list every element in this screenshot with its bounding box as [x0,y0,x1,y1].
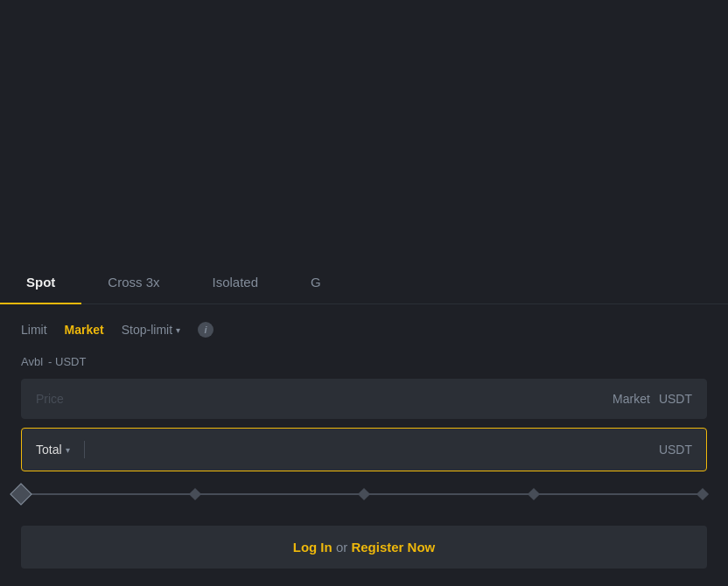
total-currency: USDT [659,443,692,457]
tab-cross3x[interactable]: Cross 3x [81,261,186,303]
avbl-label: Avbl [21,355,43,368]
slider-section [0,471,728,517]
register-link[interactable]: Register Now [351,540,435,555]
login-section: Log In or Register Now [0,517,728,569]
price-input-field: Price Market USDT [21,379,707,419]
login-separator: or [336,540,352,555]
total-divider [84,441,85,458]
price-input-right: Market USDT [612,392,692,406]
slider-dots [21,490,707,499]
tab-spot[interactable]: Spot [0,261,81,303]
slider-dot-25[interactable] [188,488,200,500]
total-label: Total [36,443,62,457]
tab-g[interactable]: G [284,261,347,303]
login-register-button[interactable]: Log In or Register Now [21,526,707,569]
tab-isolated[interactable]: Isolated [186,261,285,303]
trading-panel: Spot Cross 3x Isolated G Limit Market St… [0,261,728,586]
stop-limit-wrapper: Stop-limit ▾ [122,323,180,337]
limit-order-btn[interactable]: Limit [21,323,47,337]
total-inner: Total ▾ [36,441,659,458]
total-input-field[interactable]: Total ▾ USDT [21,428,707,471]
price-currency: USDT [659,392,692,406]
info-icon[interactable]: i [198,322,214,338]
total-dropdown[interactable]: Total ▾ [36,443,70,457]
order-types: Limit Market Stop-limit ▾ i [0,304,728,352]
tab-bar: Spot Cross 3x Isolated G [0,261,728,304]
total-amount-input[interactable] [99,443,659,457]
stop-limit-dropdown-icon[interactable]: ▾ [176,325,180,335]
input-section: Price Market USDT Total ▾ USDT [0,379,728,471]
slider-handle[interactable] [10,483,32,505]
slider-container[interactable] [21,485,707,503]
avbl-value: - USDT [48,355,86,368]
price-market-label: Market [612,392,650,406]
stop-limit-btn[interactable]: Stop-limit [122,323,172,337]
slider-dot-100[interactable] [696,488,709,500]
login-link[interactable]: Log In [293,540,332,555]
market-order-btn[interactable]: Market [65,323,104,337]
total-dropdown-icon[interactable]: ▾ [66,445,70,455]
slider-dot-50[interactable] [358,488,370,500]
slider-dot-75[interactable] [527,488,539,500]
price-placeholder: Price [36,392,64,406]
avbl-row: Avbl - USDT [0,352,728,379]
